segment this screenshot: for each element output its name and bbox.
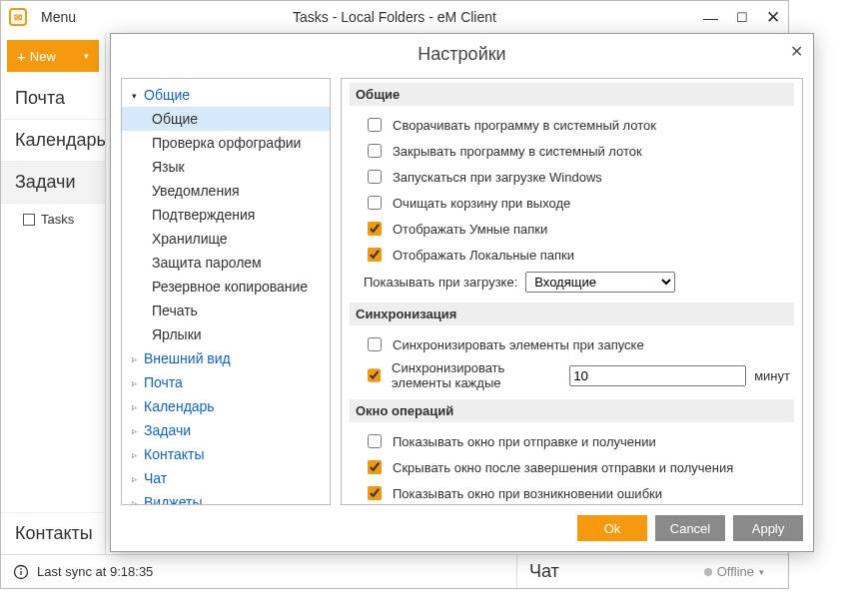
chk-sync-every[interactable] [368, 368, 381, 382]
main-sidebar: + New ▾ Почта Календарь Задачи Tasks Кон… [1, 34, 106, 554]
sync-every-label: Синхронизировать элементы каждые [392, 360, 561, 390]
nav-item-spellcheck[interactable]: Проверка орфографии [122, 131, 330, 155]
settings-footer: Ok Cancel Apply [111, 505, 813, 551]
show-on-load-label: Показывать при загрузке: [364, 275, 517, 290]
nav-item-backup[interactable]: Резервное копирование [122, 275, 330, 299]
nav-category-calendar[interactable]: Календарь [122, 394, 330, 418]
nav-item-confirmations[interactable]: Подтверждения [122, 203, 330, 227]
settings-close-icon[interactable]: ✕ [790, 42, 803, 61]
settings-nav: Общие Общие Проверка орфографии Язык Уве… [121, 78, 331, 505]
nav-category-general[interactable]: Общие [122, 83, 330, 107]
section-operations: Окно операций [350, 399, 794, 422]
chat-status[interactable]: Offline ▾ [704, 564, 764, 579]
settings-title: Настройки ✕ [111, 34, 813, 74]
nav-item-shortcuts[interactable]: Ярлыки [122, 322, 330, 346]
nav-item-language[interactable]: Язык [122, 155, 330, 179]
app-logo-icon: ✉ [9, 8, 27, 26]
chk-start-windows[interactable]: Запускаться при загрузке Windows [350, 164, 794, 190]
chk-close-tray[interactable]: Закрывать программу в системный лоток [350, 138, 794, 164]
nav-calendar[interactable]: Календарь [1, 120, 105, 162]
chat-label: Чат [529, 561, 559, 582]
nav-item-general[interactable]: Общие [122, 107, 330, 131]
main-titlebar: ✉ Menu Tasks - Local Folders - eM Client… [1, 1, 788, 34]
svg-point-2 [20, 567, 22, 569]
nav-item-password[interactable]: Защита паролем [122, 251, 330, 275]
info-icon [13, 564, 29, 580]
nav-item-print[interactable]: Печать [122, 299, 330, 322]
settings-panel: Общие Сворачивать программу в системный … [341, 78, 803, 505]
window-title: Tasks - Local Folders - eM Client [1, 9, 788, 25]
nav-category-appearance[interactable]: Внешний вид [122, 346, 330, 370]
nav-contacts[interactable]: Контакты [1, 512, 105, 554]
chk-show-on-sendrecv[interactable]: Показывать окно при отправке и получении [350, 428, 794, 454]
chk-smart-folders[interactable]: Отображать Умные папки [350, 216, 794, 242]
sync-status-text: Last sync at 9:18:35 [37, 564, 153, 579]
maximize-icon[interactable]: ☐ [736, 10, 748, 25]
chk-show-on-error[interactable]: Показывать окно при возникновении ошибки [350, 480, 794, 505]
nav-category-contacts[interactable]: Контакты [122, 442, 330, 466]
cancel-button[interactable]: Cancel [655, 515, 725, 541]
status-dot-icon [704, 568, 712, 576]
statusbar: Last sync at 9:18:35 Чат Offline ▾ [1, 554, 788, 588]
menu-button[interactable]: Menu [35, 7, 82, 27]
nav-tasks[interactable]: Задачи [1, 162, 105, 204]
nav-mail[interactable]: Почта [1, 78, 105, 120]
show-on-load-row: Показывать при загрузке: Входящие [350, 268, 794, 297]
sync-minutes-input[interactable] [569, 365, 746, 386]
chk-local-folders[interactable]: Отображать Локальные папки [350, 242, 794, 268]
sync-minutes-unit: минут [754, 368, 790, 383]
chk-minimize-tray[interactable]: Сворачивать программу в системный лоток [350, 112, 794, 138]
show-on-load-select[interactable]: Входящие [525, 272, 675, 293]
chat-panel[interactable]: Чат Offline ▾ [516, 555, 776, 588]
section-sync: Синхронизация [350, 303, 794, 325]
nav-category-mail[interactable]: Почта [122, 370, 330, 394]
chk-hide-after[interactable]: Скрывать окно после завершения отправки … [350, 454, 794, 480]
nav-item-storage[interactable]: Хранилище [122, 227, 330, 251]
checkbox-icon [23, 214, 35, 226]
nav-category-tasks[interactable]: Задачи [122, 418, 330, 442]
chk-empty-trash[interactable]: Очищать корзину при выходе [350, 190, 794, 216]
section-general: Общие [350, 83, 794, 106]
chk-sync-on-start[interactable]: Синхронизировать элементы при запуске [350, 331, 794, 357]
nav-category-widgets[interactable]: Виджеты [122, 490, 330, 505]
ok-button[interactable]: Ok [577, 515, 647, 541]
tasks-folder[interactable]: Tasks [1, 204, 105, 235]
apply-button[interactable]: Apply [733, 515, 803, 541]
minimize-icon[interactable]: — [703, 9, 718, 26]
settings-dialog: Настройки ✕ Общие Общие Проверка орфогра… [110, 33, 814, 552]
new-button[interactable]: + New ▾ [7, 40, 99, 72]
nav-category-chat[interactable]: Чат [122, 466, 330, 490]
chk-sync-every-row: Синхронизировать элементы каждые минут [350, 357, 794, 393]
close-icon[interactable]: ✕ [766, 7, 780, 28]
nav-item-notifications[interactable]: Уведомления [122, 179, 330, 203]
